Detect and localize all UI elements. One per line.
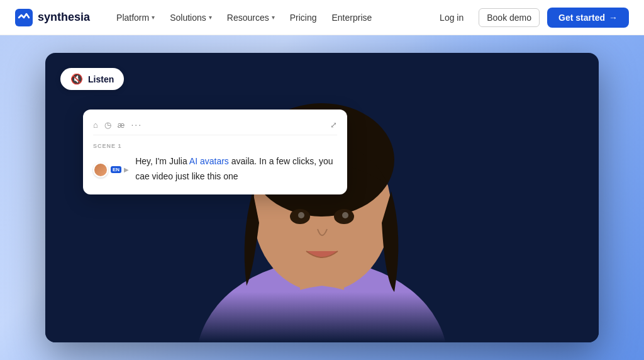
- editor-toolbar: ⌂ ◷ æ ··· ⤢: [93, 120, 337, 135]
- nav-item-solutions[interactable]: Solutions ▾: [164, 9, 218, 26]
- hero-section: 🔇 Listen ⌂ ◷ æ ··· ⤢ SCENE 1 EN ▶ Hey, I: [0, 35, 644, 360]
- text-part4: e video just like this one: [145, 171, 238, 181]
- play-icon: ▶: [124, 166, 129, 173]
- book-demo-button[interactable]: Book demo: [479, 8, 540, 27]
- listen-button[interactable]: 🔇 Listen: [60, 68, 124, 90]
- chevron-down-icon: ▾: [152, 14, 155, 21]
- nav-actions: Log in Book demo Get started →: [432, 8, 629, 28]
- clock-icon[interactable]: ◷: [104, 120, 111, 130]
- arrow-right-icon: →: [609, 13, 618, 23]
- logo-text: synthesia: [38, 11, 90, 24]
- volume-mute-icon: 🔇: [70, 73, 83, 85]
- nav-links: Platform ▾ Solutions ▾ Resources ▾ Prici…: [110, 9, 432, 26]
- home-icon[interactable]: ⌂: [93, 120, 98, 130]
- login-button[interactable]: Log in: [432, 9, 471, 26]
- navbar: synthesia Platform ▾ Solutions ▾ Resourc…: [0, 0, 644, 35]
- svg-point-8: [342, 212, 348, 218]
- editor-text-content: Hey, I'm Julia AI avatars availa. In a f…: [135, 154, 337, 184]
- avatar-thumbnail: [93, 162, 108, 177]
- editor-panel: ⌂ ◷ æ ··· ⤢ SCENE 1 EN ▶ Hey, I'm Julia …: [83, 110, 347, 194]
- svg-point-7: [298, 212, 304, 218]
- editor-content: EN ▶ Hey, I'm Julia AI avatars availa. I…: [93, 154, 337, 184]
- language-badge: EN: [111, 166, 121, 173]
- video-card: 🔇 Listen ⌂ ◷ æ ··· ⤢ SCENE 1 EN ▶ Hey, I: [45, 53, 599, 342]
- nav-item-platform[interactable]: Platform ▾: [110, 9, 161, 26]
- synthesia-logo-icon: [15, 9, 33, 26]
- logo[interactable]: synthesia: [15, 9, 90, 26]
- nav-item-pricing[interactable]: Pricing: [284, 9, 323, 26]
- text-part2: availa: [231, 156, 255, 166]
- chevron-down-icon: ▾: [272, 14, 275, 21]
- text-icon[interactable]: æ: [118, 120, 125, 130]
- video-bottom-gradient: [45, 292, 599, 342]
- scene-label: SCENE 1: [93, 143, 337, 149]
- expand-icon[interactable]: ⤢: [330, 120, 337, 130]
- text-part1: Hey, I'm Julia: [135, 156, 187, 166]
- text-highlight-ai-avatars: AI avatars: [189, 156, 229, 166]
- chevron-down-icon: ▾: [209, 14, 212, 21]
- nav-item-enterprise[interactable]: Enterprise: [325, 9, 378, 26]
- more-options-icon[interactable]: ···: [131, 120, 142, 130]
- nav-item-resources[interactable]: Resources ▾: [221, 9, 281, 26]
- avatar-selector[interactable]: EN ▶: [93, 155, 129, 184]
- get-started-button[interactable]: Get started →: [547, 8, 629, 28]
